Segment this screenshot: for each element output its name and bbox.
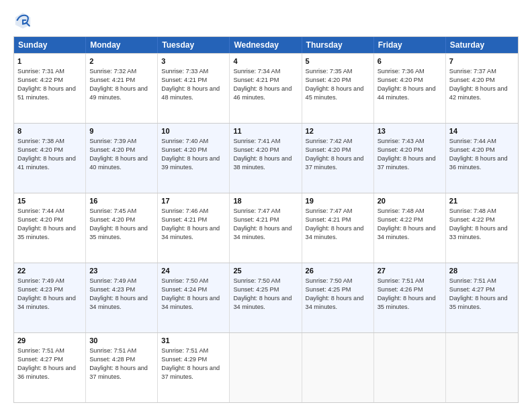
sunset: Sunset: 4:20 PM (306, 146, 351, 153)
sunset: Sunset: 4:20 PM (233, 146, 279, 153)
daylight: Daylight: 8 hours and 51 minutes. (17, 85, 76, 101)
cal-cell: 14Sunrise: 7:44 AMSunset: 4:20 PMDayligh… (446, 124, 518, 193)
sunset: Sunset: 4:21 PM (233, 216, 279, 223)
sunset: Sunset: 4:28 PM (89, 356, 135, 363)
sunset: Sunset: 4:20 PM (89, 146, 135, 153)
daylight: Daylight: 8 hours and 40 minutes. (89, 155, 148, 171)
daylight: Daylight: 8 hours and 34 minutes. (233, 295, 292, 310)
calendar-header: SundayMondayTuesdayWednesdayThursdayFrid… (14, 37, 518, 53)
cal-cell: 28Sunrise: 7:51 AMSunset: 4:27 PMDayligh… (446, 263, 518, 332)
cal-cell: 19Sunrise: 7:47 AMSunset: 4:21 PMDayligh… (302, 193, 374, 263)
sunset: Sunset: 4:21 PM (306, 216, 351, 223)
daylight: Daylight: 8 hours and 37 minutes. (161, 365, 220, 380)
cal-cell: 12Sunrise: 7:42 AMSunset: 4:20 PMDayligh… (302, 124, 374, 193)
day-number: 6 (378, 56, 442, 66)
daylight: Daylight: 8 hours and 46 minutes. (233, 85, 292, 101)
calendar-week-4: 22Sunrise: 7:49 AMSunset: 4:23 PMDayligh… (14, 263, 518, 332)
cal-cell: 4Sunrise: 7:34 AMSunset: 4:21 PMDaylight… (230, 54, 302, 123)
cal-cell: 15Sunrise: 7:44 AMSunset: 4:20 PMDayligh… (14, 193, 86, 263)
cal-header-sunday: Sunday (14, 37, 86, 53)
cal-cell (374, 333, 446, 402)
daylight: Daylight: 8 hours and 36 minutes. (449, 155, 508, 171)
daylight: Daylight: 8 hours and 39 minutes. (161, 155, 220, 171)
cal-cell: 29Sunrise: 7:51 AMSunset: 4:27 PMDayligh… (14, 333, 86, 402)
daylight: Daylight: 8 hours and 37 minutes. (378, 155, 436, 171)
sunset: Sunset: 4:20 PM (17, 146, 63, 153)
sunrise: Sunrise: 7:32 AM (89, 68, 136, 75)
daylight: Daylight: 8 hours and 34 minutes. (306, 225, 364, 240)
sunrise: Sunrise: 7:39 AM (89, 138, 136, 144)
cal-header-monday: Monday (86, 37, 158, 53)
sunrise: Sunrise: 7:36 AM (378, 68, 425, 75)
sunrise: Sunrise: 7:50 AM (306, 277, 353, 284)
sunrise: Sunrise: 7:45 AM (89, 208, 136, 214)
sunset: Sunset: 4:25 PM (306, 286, 351, 293)
sunrise: Sunrise: 7:31 AM (17, 68, 64, 75)
day-number: 12 (306, 126, 370, 136)
sunset: Sunset: 4:27 PM (449, 286, 495, 293)
calendar-week-1: 1Sunrise: 7:31 AMSunset: 4:22 PMDaylight… (14, 53, 518, 123)
day-number: 22 (17, 266, 82, 276)
sunrise: Sunrise: 7:43 AM (378, 138, 425, 144)
daylight: Daylight: 8 hours and 34 minutes. (161, 295, 220, 310)
cal-cell: 11Sunrise: 7:41 AMSunset: 4:20 PMDayligh… (230, 124, 302, 193)
daylight: Daylight: 8 hours and 34 minutes. (378, 225, 436, 240)
calendar-page: SundayMondayTuesdayWednesdayThursdayFrid… (0, 0, 532, 411)
sunset: Sunset: 4:23 PM (89, 286, 135, 293)
sunset: Sunset: 4:21 PM (89, 77, 135, 83)
sunset: Sunset: 4:21 PM (233, 77, 279, 83)
day-number: 20 (378, 196, 442, 206)
day-number: 28 (449, 266, 515, 276)
cal-header-thursday: Thursday (302, 37, 374, 53)
cal-cell (230, 333, 302, 402)
logo-icon (13, 11, 32, 30)
cal-cell: 21Sunrise: 7:48 AMSunset: 4:22 PMDayligh… (446, 193, 518, 263)
cal-cell: 24Sunrise: 7:50 AMSunset: 4:24 PMDayligh… (158, 263, 230, 332)
daylight: Daylight: 8 hours and 34 minutes. (17, 295, 76, 310)
day-number: 9 (89, 126, 154, 136)
cal-cell: 10Sunrise: 7:40 AMSunset: 4:20 PMDayligh… (158, 124, 230, 193)
day-number: 13 (378, 126, 442, 136)
daylight: Daylight: 8 hours and 41 minutes. (17, 155, 76, 171)
sunrise: Sunrise: 7:49 AM (17, 277, 64, 284)
sunset: Sunset: 4:20 PM (449, 146, 495, 153)
cal-cell: 25Sunrise: 7:50 AMSunset: 4:25 PMDayligh… (230, 263, 302, 332)
cal-cell: 16Sunrise: 7:45 AMSunset: 4:20 PMDayligh… (86, 193, 158, 263)
daylight: Daylight: 8 hours and 35 minutes. (89, 225, 148, 240)
daylight: Daylight: 8 hours and 48 minutes. (161, 85, 220, 101)
day-number: 30 (89, 336, 154, 346)
cal-cell: 30Sunrise: 7:51 AMSunset: 4:28 PMDayligh… (86, 333, 158, 402)
day-number: 25 (233, 266, 298, 276)
daylight: Daylight: 8 hours and 33 minutes. (449, 225, 508, 240)
sunrise: Sunrise: 7:37 AM (449, 68, 496, 75)
calendar-body: 1Sunrise: 7:31 AMSunset: 4:22 PMDaylight… (14, 53, 518, 402)
sunrise: Sunrise: 7:34 AM (233, 68, 280, 75)
cal-header-wednesday: Wednesday (230, 37, 302, 53)
sunset: Sunset: 4:21 PM (161, 77, 207, 83)
page-header (13, 11, 519, 30)
daylight: Daylight: 8 hours and 49 minutes. (89, 85, 148, 101)
sunrise: Sunrise: 7:44 AM (449, 138, 496, 144)
day-number: 2 (89, 56, 154, 66)
sunrise: Sunrise: 7:50 AM (233, 277, 280, 284)
sunset: Sunset: 4:20 PM (161, 146, 207, 153)
cal-cell (302, 333, 374, 402)
sunrise: Sunrise: 7:38 AM (17, 138, 64, 144)
sunset: Sunset: 4:20 PM (17, 216, 63, 223)
sunrise: Sunrise: 7:51 AM (449, 277, 496, 284)
sunrise: Sunrise: 7:49 AM (89, 277, 136, 284)
sunset: Sunset: 4:22 PM (17, 77, 63, 83)
daylight: Daylight: 8 hours and 42 minutes. (449, 85, 508, 101)
daylight: Daylight: 8 hours and 36 minutes. (17, 365, 76, 380)
daylight: Daylight: 8 hours and 37 minutes. (306, 155, 364, 171)
cal-header-tuesday: Tuesday (158, 37, 230, 53)
calendar: SundayMondayTuesdayWednesdayThursdayFrid… (13, 36, 519, 403)
daylight: Daylight: 8 hours and 35 minutes. (449, 295, 508, 310)
day-number: 4 (233, 56, 298, 66)
day-number: 16 (89, 196, 154, 206)
sunset: Sunset: 4:21 PM (161, 216, 207, 223)
cal-cell: 1Sunrise: 7:31 AMSunset: 4:22 PMDaylight… (14, 54, 86, 123)
cal-cell: 22Sunrise: 7:49 AMSunset: 4:23 PMDayligh… (14, 263, 86, 332)
daylight: Daylight: 8 hours and 34 minutes. (89, 295, 148, 310)
daylight: Daylight: 8 hours and 34 minutes. (161, 225, 220, 240)
